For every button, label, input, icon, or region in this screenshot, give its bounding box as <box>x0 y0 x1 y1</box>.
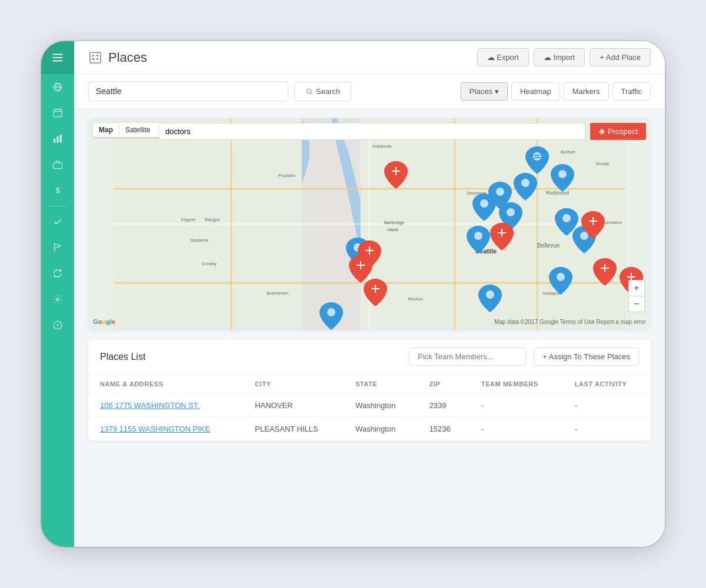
place-team-members: - <box>469 417 563 441</box>
svg-text:Duvall: Duvall <box>596 161 609 166</box>
svg-marker-87 <box>599 129 605 135</box>
svg-text:Indianola: Indianola <box>372 143 392 149</box>
map-search-input[interactable] <box>159 123 585 140</box>
place-name-address[interactable]: 1379 1155 WASHINGTON PIKE <box>88 417 243 441</box>
map-container: Seattle Bellevue Redmond Indianola Suqua… <box>88 118 651 330</box>
svg-text:Bothell: Bothell <box>561 149 575 155</box>
zoom-in-button[interactable]: + <box>629 280 644 296</box>
svg-point-67 <box>557 273 565 281</box>
svg-point-61 <box>496 188 504 196</box>
add-place-button[interactable]: + Add Place <box>590 48 651 66</box>
briefcase-icon <box>52 159 63 170</box>
svg-rect-58 <box>534 157 540 158</box>
places-dropdown-button[interactable]: Places ▾ <box>461 82 508 101</box>
sidebar-item-refresh[interactable] <box>41 260 74 286</box>
col-last-activity: Last Activity <box>563 375 651 394</box>
col-zip: ZIP <box>418 375 469 394</box>
svg-text:Seabeck: Seabeck <box>190 238 209 243</box>
sidebar-item-settings[interactable] <box>41 286 74 312</box>
place-team-members: - <box>469 394 563 417</box>
col-state: State <box>344 375 417 394</box>
table-row: 1379 1155 WASHINGTON PIKE PLEASANT HILLS… <box>88 417 651 441</box>
places-table: Name & Address City State ZIP Team Membe… <box>88 375 651 441</box>
map-credit: Map data ©2017 Google Terms of Use Repor… <box>494 319 646 325</box>
svg-rect-10 <box>54 139 55 143</box>
sidebar-item-globe[interactable] <box>41 74 74 100</box>
sidebar-item-briefcase[interactable] <box>41 152 74 178</box>
main-content: Places ☁ Export ☁ Import + Add Place Sea… <box>74 41 665 547</box>
svg-rect-11 <box>57 136 59 143</box>
traffic-button[interactable]: Traffic <box>612 82 651 101</box>
map-toolbar: Map Satellite ‹ <box>93 123 168 137</box>
svg-point-56 <box>533 152 541 161</box>
svg-text:Keyport: Keyport <box>181 218 195 222</box>
prospect-button[interactable]: Prospect <box>590 123 646 140</box>
svg-text:Bellevue: Bellevue <box>537 242 560 249</box>
svg-text:Redmond: Redmond <box>546 190 569 196</box>
sidebar-item-flag[interactable] <box>41 235 74 260</box>
building-icon <box>88 51 102 65</box>
sidebar-item-chart[interactable] <box>41 126 74 152</box>
svg-point-59 <box>558 170 567 178</box>
svg-text:$: $ <box>56 186 60 195</box>
zoom-out-button[interactable]: − <box>629 296 644 312</box>
sidebar: $ ? <box>41 41 74 547</box>
svg-text:Crosby: Crosby <box>202 261 217 266</box>
svg-line-24 <box>311 92 312 94</box>
settings-icon <box>52 294 63 305</box>
menu-icon <box>51 51 64 64</box>
map-inner[interactable]: Seattle Bellevue Redmond Indianola Suqua… <box>88 118 651 330</box>
sidebar-item-help[interactable]: ? <box>41 312 74 338</box>
svg-point-63 <box>507 208 515 216</box>
heatmap-button[interactable]: Heatmap <box>511 82 560 101</box>
place-state: Washington <box>344 394 417 417</box>
sidebar-item-check[interactable] <box>41 209 74 235</box>
svg-rect-13 <box>54 163 62 169</box>
places-list-title: Places List <box>100 352 409 362</box>
assign-button[interactable]: + Assign To These Places <box>534 348 639 366</box>
dollar-icon: $ <box>52 185 63 196</box>
search-button[interactable]: Search <box>294 82 351 101</box>
svg-text:Bangor: Bangor <box>205 217 220 222</box>
location-search-input[interactable] <box>88 81 288 101</box>
sidebar-item-dollar[interactable]: $ <box>41 178 74 203</box>
map-zoom-controls: + − <box>628 280 645 312</box>
diamond-icon <box>598 128 605 135</box>
google-logo: Google <box>93 318 115 325</box>
svg-text:Bremerton: Bremerton <box>267 290 288 296</box>
sidebar-item-calendar[interactable] <box>41 100 74 126</box>
search-bar: Search Places ▾ Heatmap Markers Traffic <box>74 74 665 109</box>
import-button[interactable]: ☁ Import <box>534 48 585 66</box>
svg-rect-12 <box>60 135 62 143</box>
markers-button[interactable]: Markers <box>564 82 609 101</box>
svg-point-68 <box>486 290 494 299</box>
svg-point-15 <box>56 298 59 301</box>
team-members-input[interactable] <box>409 348 527 366</box>
svg-rect-18 <box>90 52 101 63</box>
place-last-activity: - <box>563 394 651 417</box>
svg-point-60 <box>521 179 530 187</box>
svg-text:Poulsbo: Poulsbo <box>278 173 295 178</box>
header-actions: ☁ Export ☁ Import + Add Place <box>477 48 651 66</box>
location-search-wrap <box>88 81 288 101</box>
map-tab-satellite[interactable]: Satellite <box>119 123 156 137</box>
svg-rect-20 <box>96 55 98 56</box>
page-title: Places <box>108 50 147 65</box>
sidebar-logo[interactable] <box>41 41 74 74</box>
svg-text:Island: Island <box>387 228 398 232</box>
col-name-address: Name & Address <box>88 375 243 394</box>
svg-text:Bainbridge: Bainbridge <box>384 220 404 225</box>
chart-icon <box>52 133 63 144</box>
table-row: 106 1775 WASHINGTON ST. HANOVER Washingt… <box>88 394 651 417</box>
col-city: City <box>243 375 344 394</box>
map-tab-map[interactable]: Map <box>93 123 119 137</box>
map-search-area: Prospect <box>159 123 646 140</box>
col-team-members: Team Members <box>469 375 563 394</box>
svg-point-69 <box>327 308 335 316</box>
place-name-address[interactable]: 106 1775 WASHINGTON ST. <box>88 394 243 417</box>
svg-rect-2 <box>53 61 63 62</box>
export-button[interactable]: ☁ Export <box>477 48 529 66</box>
places-list-section: Places List + Assign To These Places Nam… <box>88 339 651 441</box>
refresh-icon <box>52 268 63 279</box>
places-list-header: Places List + Assign To These Places <box>88 339 651 375</box>
